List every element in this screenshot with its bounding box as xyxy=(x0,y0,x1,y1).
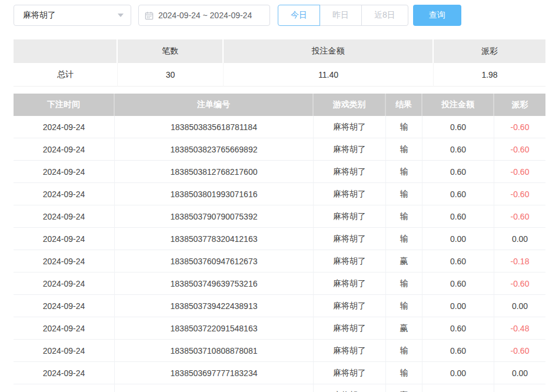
game-type-cell: 麻将胡了 xyxy=(314,384,386,392)
table-row: 2024-09-241838503801993071616麻将胡了输0.60-0… xyxy=(14,183,545,205)
game-type-cell: 麻将胡了 xyxy=(314,205,386,228)
table-row: 2024-09-241838503739422438913麻将胡了输0.000.… xyxy=(14,295,545,317)
quick-date-button-group: 今日 昨日 近8日 xyxy=(278,5,408,26)
bet-id-cell: 1838503749639753216 xyxy=(115,273,314,295)
payout-cell: -0.60 xyxy=(494,116,545,138)
bet-id-cell: 1838503823765669892 xyxy=(115,138,314,161)
bet-amount-cell: 0.60 xyxy=(422,205,494,228)
bet-table-header-row: 下注时间 注单编号 游戏类别 结果 投注金额 派彩 xyxy=(14,94,545,116)
bet-time-cell: 2024-09-24 xyxy=(14,362,115,384)
game-type-cell: 麻将胡了 xyxy=(314,362,386,384)
game-type-cell: 麻将胡了 xyxy=(314,116,386,138)
game-type-cell: 麻将胡了 xyxy=(314,295,386,317)
bet-time-cell: 2024-09-24 xyxy=(14,250,115,273)
bet-amount-cell: 0.00 xyxy=(422,362,494,384)
bet-time-cell: 2024-09-24 xyxy=(14,317,115,340)
result-cell: 输 xyxy=(386,138,422,161)
bet-amount-cell: 0.60 xyxy=(422,273,494,295)
game-type-cell: 麻将胡了 xyxy=(314,273,386,295)
table-row: 2024-09-241838503697777183234麻将胡了输0.000.… xyxy=(14,362,545,384)
result-cell: 输 xyxy=(386,273,422,295)
today-button[interactable]: 今日 xyxy=(278,5,320,26)
payout-cell: -0.48 xyxy=(494,317,545,340)
bet-id-cell: 1838503697777183234 xyxy=(115,362,314,384)
bet-id-cell: 1838503778320412163 xyxy=(115,228,314,250)
column-header-bet-time: 下注时间 xyxy=(14,94,115,116)
table-row: 2024-09-241838503778320412163麻将胡了输0.000.… xyxy=(14,228,545,250)
payout-cell xyxy=(494,384,545,392)
payout-cell: 0.00 xyxy=(494,228,545,250)
last-8-days-button[interactable]: 近8日 xyxy=(361,5,408,26)
result-cell: 赢 xyxy=(386,250,422,273)
column-header-result: 结果 xyxy=(386,94,422,116)
bet-id-cell: 1838503801993071616 xyxy=(115,183,314,205)
game-type-cell: 麻将胡了 xyxy=(314,138,386,161)
game-type-cell: 麻将胡了 xyxy=(314,161,386,183)
summary-header-payout: 派彩 xyxy=(434,39,545,63)
bet-id-cell: 1838503722091548163 xyxy=(115,317,314,340)
table-row: 2024-09-241838503812768217600麻将胡了输0.60-0… xyxy=(14,161,545,183)
payout-cell: -0.18 xyxy=(494,250,545,273)
query-button[interactable]: 查询 xyxy=(413,5,461,26)
date-range-input[interactable]: 2024-09-24 ~ 2024-09-24 xyxy=(138,5,270,26)
payout-cell: -0.60 xyxy=(494,183,545,205)
result-cell: 输 xyxy=(386,116,422,138)
bet-amount-cell: 0.60 xyxy=(422,183,494,205)
result-cell: 赢 xyxy=(386,384,422,392)
payout-cell: -0.60 xyxy=(494,161,545,183)
bet-time-cell: 2024-09-24 xyxy=(14,295,115,317)
summary-header-bet-amount: 投注金额 xyxy=(224,39,434,63)
summary-total-count: 30 xyxy=(118,63,224,87)
game-select[interactable]: 麻将胡了 xyxy=(14,5,131,26)
bet-time-cell: 2024-09-24 xyxy=(14,161,115,183)
result-cell: 输 xyxy=(386,183,422,205)
bet-id-cell: 1838503790790075392 xyxy=(115,205,314,228)
bet-id-cell: 1838503739422438913 xyxy=(115,295,314,317)
bet-table-body: 2024-09-241838503835618781184麻将胡了输0.60-0… xyxy=(14,116,545,392)
game-type-cell: 麻将胡了 xyxy=(314,317,386,340)
summary-total-bet-amount: 11.40 xyxy=(224,63,434,87)
column-header-payout: 派彩 xyxy=(494,94,545,116)
result-cell: 输 xyxy=(386,161,422,183)
summary-total-label: 总计 xyxy=(14,63,118,87)
date-range-value: 2024-09-24 ~ 2024-09-24 xyxy=(158,11,252,20)
table-row: 2024-09-241838503835618781184麻将胡了输0.60-0… xyxy=(14,116,545,138)
bet-time-cell: 2024-09-24 xyxy=(14,205,115,228)
bet-id-cell xyxy=(115,384,314,392)
bet-amount-cell: 0.60 xyxy=(422,138,494,161)
payout-cell: -0.60 xyxy=(494,205,545,228)
table-row: 2024-09-241838503823765669892麻将胡了输0.60-0… xyxy=(14,138,545,161)
game-type-cell: 麻将胡了 xyxy=(314,340,386,362)
bet-id-cell: 1838503835618781184 xyxy=(115,116,314,138)
bet-amount-cell: 0.60 xyxy=(422,317,494,340)
bet-amount-cell xyxy=(422,384,494,392)
summary-header-empty xyxy=(14,39,118,63)
game-select-value: 麻将胡了 xyxy=(23,10,56,21)
result-cell: 输 xyxy=(386,362,422,384)
filter-toolbar: 麻将胡了 2024-09-24 ~ 2024-09-24 今日 昨日 近8日 查… xyxy=(0,0,559,26)
bet-id-cell: 1838503760947612673 xyxy=(115,250,314,273)
payout-cell: 0.00 xyxy=(494,295,545,317)
game-type-cell: 麻将胡了 xyxy=(314,250,386,273)
bet-amount-cell: 0.00 xyxy=(422,228,494,250)
table-row: 2024-09-241838503790790075392麻将胡了输0.60-0… xyxy=(14,205,545,228)
bet-time-cell xyxy=(14,384,115,392)
bet-amount-cell: 0.60 xyxy=(422,116,494,138)
bet-time-cell: 2024-09-24 xyxy=(14,116,115,138)
payout-cell: 0.00 xyxy=(494,362,545,384)
bet-records-table: 下注时间 注单编号 游戏类别 结果 投注金额 派彩 2024-09-241838… xyxy=(14,94,545,392)
calendar-icon xyxy=(145,11,154,20)
table-row: 2024-09-241838503710808878081麻将胡了输0.60-0… xyxy=(14,340,545,362)
table-row: 2024-09-241838503749639753216麻将胡了输0.60-0… xyxy=(14,273,545,295)
bet-amount-cell: 0.00 xyxy=(422,295,494,317)
summary-total-payout: 1.98 xyxy=(434,63,545,87)
table-row: 2024-09-241838503722091548163麻将胡了赢0.60-0… xyxy=(14,317,545,340)
result-cell: 赢 xyxy=(386,317,422,340)
yesterday-button[interactable]: 昨日 xyxy=(320,5,362,26)
table-row: 2024-09-241838503760947612673麻将胡了赢0.60-0… xyxy=(14,250,545,273)
column-header-game-type: 游戏类别 xyxy=(314,94,386,116)
bet-time-cell: 2024-09-24 xyxy=(14,340,115,362)
bet-amount-cell: 0.60 xyxy=(422,250,494,273)
result-cell: 输 xyxy=(386,340,422,362)
summary-table: 笔数 投注金额 派彩 总计 30 11.40 1.98 xyxy=(14,39,545,87)
